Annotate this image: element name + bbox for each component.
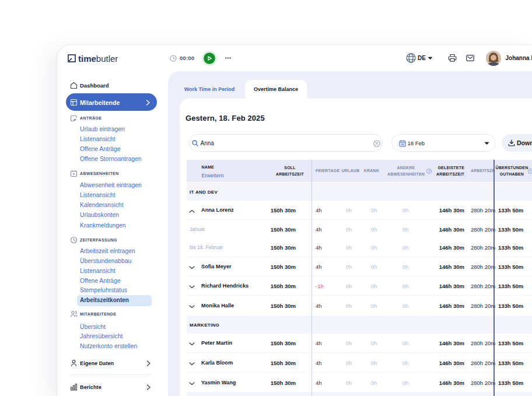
svg-text:?: ? [530, 170, 531, 173]
svg-text:?: ? [428, 170, 430, 173]
